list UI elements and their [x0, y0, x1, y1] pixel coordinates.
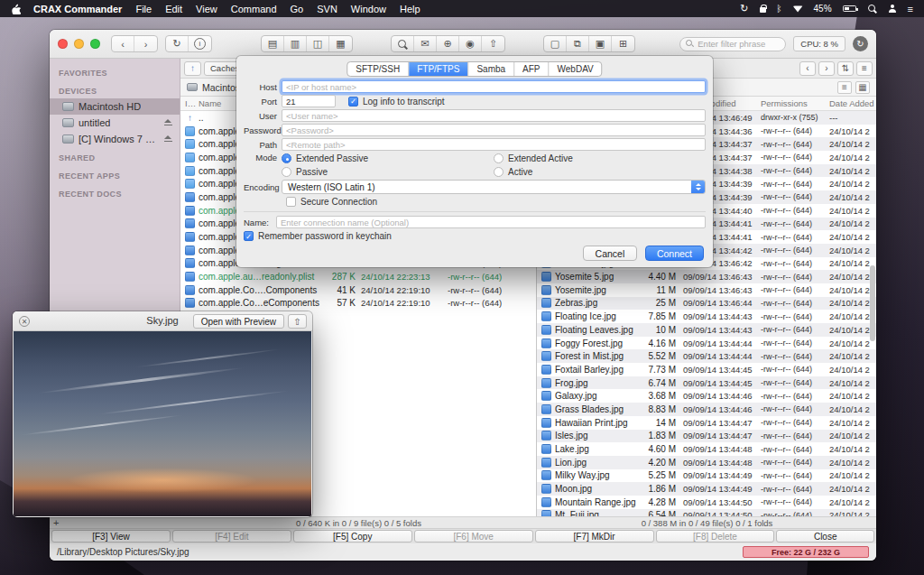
- menubar-menu[interactable]: Window: [351, 4, 386, 14]
- log-transcript-checkbox[interactable]: ✓ Log info to transcript: [348, 97, 445, 107]
- filter-list-icon[interactable]: ≡: [856, 61, 873, 76]
- minimize-window-button[interactable]: [74, 39, 84, 49]
- file-row[interactable]: com.apple.Co…eComponents 57 K 24/10/14 2…: [180, 297, 536, 311]
- file-row[interactable]: Hawaiian Print.jpg 14 M 09/09/14 13:44:4…: [537, 416, 876, 430]
- sidebar-item[interactable]: untitled: [50, 115, 180, 131]
- forward-icon[interactable]: ›: [134, 36, 157, 51]
- eject-icon[interactable]: [164, 135, 172, 143]
- function-key-button[interactable]: Close: [776, 530, 874, 543]
- lock-icon[interactable]: [760, 5, 766, 13]
- file-row[interactable]: Foxtail Barley.jpg 7.73 M 09/09/14 13:44…: [537, 363, 876, 376]
- add-tab-button[interactable]: +: [53, 517, 59, 528]
- file-row[interactable]: Floating Ice.jpg 7.85 M 09/09/14 13:44:4…: [537, 310, 876, 323]
- sidebar-item[interactable]: [C] Windows 7 x64: [50, 131, 180, 147]
- dialog-tab[interactable]: AFP: [514, 62, 549, 76]
- time-machine-icon[interactable]: ↻: [740, 3, 748, 14]
- file-row[interactable]: Forest in Mist.jpg 5.52 M 09/09/14 13:44…: [537, 349, 876, 363]
- filter-input[interactable]: [698, 39, 780, 49]
- parent-folder-button[interactable]: ↑: [184, 61, 201, 76]
- quick-view-icon[interactable]: ◉: [459, 36, 482, 51]
- menubar-menu[interactable]: Edit: [165, 4, 182, 14]
- menubar-menu[interactable]: Help: [400, 4, 420, 14]
- menubar-menu[interactable]: Go: [291, 4, 304, 14]
- new-file-icon[interactable]: ▢: [544, 36, 567, 51]
- file-row[interactable]: Milky Way.jpg 5.25 M 09/09/14 13:44:49 -…: [537, 469, 876, 483]
- file-row[interactable]: Lion.jpg 4.20 M 09/09/14 13:44:48 -rw-r-…: [537, 456, 876, 469]
- list-view-icon[interactable]: ≡: [837, 81, 852, 94]
- mode-radio[interactable]: Extended Passive: [282, 153, 494, 163]
- sidebar-item[interactable]: Macintosh HD: [50, 98, 180, 115]
- view-full-icon[interactable]: ▤: [262, 36, 284, 51]
- bluetooth-icon[interactable]: ᛒ: [777, 4, 782, 14]
- function-key-button[interactable]: [F6] Move: [414, 530, 533, 543]
- share-icon[interactable]: ⇧: [288, 314, 307, 329]
- file-row[interactable]: Yosemite.jpg 11 M 09/09/14 13:46:43 -rw-…: [537, 283, 876, 297]
- file-row[interactable]: Mountain Range.jpg 4.28 M 09/09/14 13:44…: [537, 496, 876, 509]
- dialog-tab[interactable]: Samba: [468, 62, 514, 76]
- filter-field[interactable]: [679, 37, 786, 51]
- back-icon[interactable]: ‹: [799, 61, 816, 76]
- function-key-button[interactable]: [F5] Copy: [293, 530, 412, 543]
- menubar-menu[interactable]: View: [196, 4, 217, 14]
- share-icon[interactable]: ⇧: [482, 36, 504, 51]
- eject-icon[interactable]: [164, 119, 172, 126]
- preview-titlebar[interactable]: ✕ Sky.jpg Open with Preview ⇧: [13, 311, 312, 331]
- menubar-app-name[interactable]: CRAX Commander: [33, 4, 122, 14]
- copy-file-icon[interactable]: ⧉: [567, 36, 589, 51]
- column-header[interactable]: Date Added: [829, 98, 876, 108]
- file-row[interactable]: Yosemite 5.jpg 4.40 M 09/09/14 13:46:43 …: [537, 270, 876, 283]
- window-titlebar[interactable]: ‹› ↻ ▤▥◫▦ ✉⊕◉⇧ ▢⧉▣⊞ CPU: 8 % ↻: [50, 30, 876, 59]
- file-row[interactable]: Mt. Fuji.jpg 6.54 M 09/09/14 13:44:50 -r…: [537, 509, 876, 516]
- close-icon[interactable]: ✕: [19, 316, 30, 327]
- file-row[interactable]: com.apple.Co….Components 41 K 24/10/14 2…: [180, 283, 536, 297]
- search-icon[interactable]: [392, 36, 414, 51]
- user-input[interactable]: [282, 109, 706, 122]
- file-row[interactable]: Galaxy.jpg 3.68 M 09/09/14 13:44:46 -rw-…: [537, 389, 876, 403]
- dialog-tab[interactable]: WebDAV: [550, 62, 602, 76]
- user-menu-icon[interactable]: [888, 5, 897, 14]
- sync-icon[interactable]: ↻: [853, 36, 868, 51]
- function-key-button[interactable]: [F3] View: [51, 530, 171, 543]
- view-brief-icon[interactable]: ▥: [284, 36, 307, 51]
- refresh-icon[interactable]: ↻: [166, 36, 189, 51]
- dialog-tab[interactable]: FTP/FTPS: [409, 62, 468, 76]
- notification-center-icon[interactable]: ≡: [908, 4, 913, 14]
- close-window-button[interactable]: [58, 39, 68, 49]
- mail-icon[interactable]: ✉: [414, 36, 437, 51]
- thumb-view-icon[interactable]: ▦: [855, 81, 870, 94]
- back-icon[interactable]: ‹: [112, 36, 134, 51]
- function-key-button[interactable]: [F8] Delete: [656, 530, 775, 543]
- mode-radio[interactable]: Passive: [282, 167, 494, 177]
- network-icon[interactable]: ⊕: [437, 36, 459, 51]
- host-input[interactable]: [282, 80, 706, 93]
- file-row[interactable]: Frog.jpg 6.74 M 09/09/14 13:44:45 -rw-r-…: [537, 376, 876, 390]
- edit-file-icon[interactable]: ▣: [589, 36, 612, 51]
- connect-button[interactable]: Connect: [645, 246, 704, 261]
- path-input[interactable]: [282, 138, 706, 151]
- mode-radio[interactable]: Extended Active: [494, 153, 573, 163]
- encoding-select[interactable]: Western (ISO Latin 1): [282, 180, 706, 194]
- column-header[interactable]: I…: [180, 98, 199, 108]
- file-row[interactable]: Isles.jpg 1.83 M 09/09/14 13:44:47 -rw-r…: [537, 430, 876, 443]
- cancel-button[interactable]: Cancel: [583, 246, 637, 261]
- info-icon[interactable]: [189, 36, 211, 51]
- file-row[interactable]: Floating Leaves.jpg 10 M 09/09/14 13:44:…: [537, 323, 876, 337]
- view-dual-pane-icon[interactable]: ◫: [307, 36, 329, 51]
- file-row[interactable]: Moon.jpg 1.86 M 09/09/14 13:44:49 -rw-r-…: [537, 482, 876, 496]
- port-input[interactable]: [282, 95, 336, 107]
- zoom-window-button[interactable]: [90, 39, 100, 49]
- file-row[interactable]: Foggy Forest.jpg 4.16 M 09/09/14 13:44:4…: [537, 337, 876, 350]
- menubar-menu[interactable]: File: [135, 4, 152, 14]
- function-key-button[interactable]: [F4] Edit: [172, 530, 291, 543]
- view-thumbs-icon[interactable]: ▦: [329, 36, 352, 51]
- dialog-tab[interactable]: SFTP/SSH: [347, 62, 409, 76]
- forward-icon[interactable]: ›: [818, 61, 835, 76]
- battery-icon[interactable]: [843, 5, 856, 12]
- file-row[interactable]: Zebras.jpg 25 M 09/09/14 13:46:44 -rw-r-…: [537, 297, 876, 311]
- right-panel-scrollbar[interactable]: [870, 265, 875, 341]
- secure-connection-checkbox[interactable]: Secure Connection: [286, 197, 377, 207]
- file-row[interactable]: Lake.jpg 4.60 M 09/09/14 13:44:48 -rw-r-…: [537, 442, 876, 456]
- open-with-preview-button[interactable]: Open with Preview: [193, 314, 284, 329]
- file-row[interactable]: com.apple.au…readonly.plist 287 K 24/10/…: [180, 270, 536, 283]
- menubar-menu[interactable]: SVN: [317, 4, 337, 14]
